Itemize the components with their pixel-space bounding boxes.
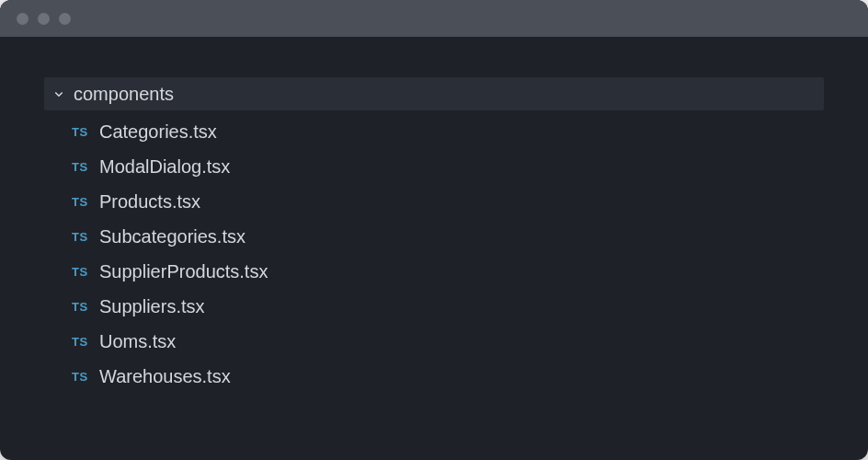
- file-label: Products.tsx: [99, 191, 200, 213]
- file-item[interactable]: TS SupplierProducts.tsx: [44, 254, 824, 289]
- editor-window: components TS Categories.tsx TS ModalDia…: [0, 0, 868, 460]
- file-list: TS Categories.tsx TS ModalDialog.tsx TS …: [44, 114, 824, 394]
- file-label: Subcategories.tsx: [99, 226, 246, 247]
- folder-label: components: [74, 84, 174, 105]
- file-item[interactable]: TS Uoms.tsx: [44, 324, 824, 359]
- minimize-window-icon[interactable]: [38, 13, 50, 25]
- typescript-icon: TS: [72, 195, 96, 209]
- typescript-icon: TS: [72, 160, 96, 174]
- titlebar: [0, 0, 868, 37]
- close-window-icon[interactable]: [17, 13, 29, 25]
- file-explorer: components TS Categories.tsx TS ModalDia…: [0, 37, 868, 394]
- file-label: Warehouses.tsx: [99, 366, 231, 387]
- file-label: ModalDialog.tsx: [99, 156, 230, 178]
- file-item[interactable]: TS Suppliers.tsx: [44, 289, 824, 324]
- file-label: Uoms.tsx: [99, 331, 176, 352]
- maximize-window-icon[interactable]: [59, 13, 71, 25]
- file-label: Categories.tsx: [99, 121, 217, 143]
- file-label: SupplierProducts.tsx: [99, 261, 268, 282]
- typescript-icon: TS: [72, 230, 96, 244]
- chevron-down-icon: [51, 86, 66, 101]
- file-item[interactable]: TS Products.tsx: [44, 184, 824, 219]
- typescript-icon: TS: [72, 265, 96, 279]
- typescript-icon: TS: [72, 335, 96, 349]
- typescript-icon: TS: [72, 125, 96, 139]
- folder-components[interactable]: components: [44, 77, 824, 110]
- typescript-icon: TS: [72, 300, 96, 314]
- file-label: Suppliers.tsx: [99, 296, 205, 317]
- typescript-icon: TS: [72, 370, 96, 384]
- file-item[interactable]: TS Warehouses.tsx: [44, 359, 824, 394]
- file-item[interactable]: TS Subcategories.tsx: [44, 219, 824, 254]
- file-item[interactable]: TS Categories.tsx: [44, 114, 824, 149]
- file-item[interactable]: TS ModalDialog.tsx: [44, 149, 824, 184]
